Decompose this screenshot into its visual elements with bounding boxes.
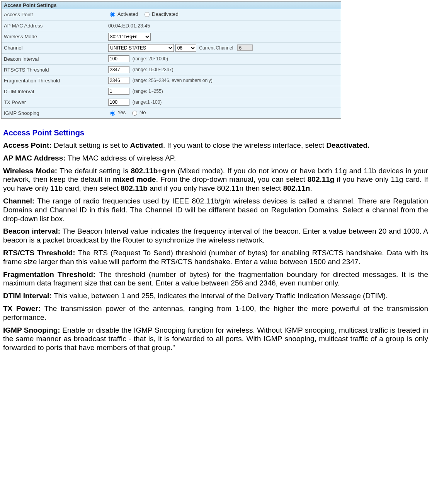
hint-txpower: (range:1~100) <box>133 99 162 105</box>
label-beacon: Beacon Interval <box>2 53 106 64</box>
label-dtim: DTIM Interval <box>2 86 106 97</box>
label-igmp: IGMP Snooping <box>2 108 106 118</box>
doc-p-beacon: Beacon interval: The Beacon Interval val… <box>3 227 428 245</box>
radio-igmp-no-label: No <box>139 109 146 115</box>
access-point-settings-panel: Access Point Settings Access Point Activ… <box>1 1 341 119</box>
row-rts: RTS/CTS Threshold (range: 1500~2347) <box>2 64 341 75</box>
radio-igmp-no[interactable] <box>132 111 137 116</box>
value-mac: 00:04:ED:01:23:45 <box>106 20 341 31</box>
row-txpower: TX Power (range:1~100) <box>2 97 341 108</box>
doc-p-dtim: DTIM Interval: This value, between 1 and… <box>3 292 428 301</box>
doc-p-mac: AP MAC Address: The MAC address of wirel… <box>3 154 428 163</box>
label-access-point: Access Point <box>2 9 106 20</box>
doc-p-channel: Channel: The range of radio frequencies … <box>3 197 428 223</box>
label-channel: Channel <box>2 42 106 53</box>
hint-dtim: (range: 1~255) <box>133 89 163 94</box>
current-channel-value: 6 <box>237 44 253 51</box>
doc-p-wmode: Wireless Mode: The default setting is 80… <box>3 167 428 193</box>
row-dtim: DTIM Interval (range: 1~255) <box>2 86 341 97</box>
select-channel-country[interactable]: UNITED STATES <box>108 44 174 52</box>
settings-table: Access Point Activated Deactivated AP MA… <box>2 9 341 118</box>
label-frag: Fragmentation Threshold <box>2 75 106 86</box>
input-dtim[interactable] <box>108 88 129 95</box>
radio-igmp-yes[interactable] <box>110 111 115 116</box>
row-mac: AP MAC Address 00:04:ED:01:23:45 <box>2 20 341 31</box>
select-wireless-mode[interactable]: 802.11b+g+n <box>108 33 151 41</box>
row-wireless-mode: Wireless Mode 802.11b+g+n <box>2 31 341 42</box>
row-igmp: IGMP Snooping Yes No <box>2 108 341 118</box>
radio-deactivated[interactable] <box>145 12 150 17</box>
hint-frag: (range: 256~2346, even numbers only) <box>133 78 213 83</box>
documentation-section: Access Point Settings Access Point: Defa… <box>0 119 432 364</box>
select-channel-id[interactable]: 06 <box>175 44 196 52</box>
input-beacon[interactable] <box>108 55 129 62</box>
input-rts[interactable] <box>108 66 129 73</box>
radio-igmp-yes-label: Yes <box>117 109 126 115</box>
row-access-point: Access Point Activated Deactivated <box>2 9 341 20</box>
doc-p-rts: RTS/CTS Threshold: The RTS (Request To S… <box>3 249 428 267</box>
row-beacon: Beacon Interval (range: 20~1000) <box>2 53 341 64</box>
row-frag: Fragmentation Threshold (range: 256~2346… <box>2 75 341 86</box>
doc-p-access-point: Access Point: Default setting is set to … <box>3 141 428 150</box>
input-txpower[interactable] <box>108 99 129 106</box>
label-txpower: TX Power <box>2 97 106 108</box>
radio-deactivated-label: Deactivated <box>152 11 179 17</box>
label-wireless-mode: Wireless Mode <box>2 31 106 42</box>
doc-p-tx: TX Power: The transmission power of the … <box>3 304 428 322</box>
label-rts: RTS/CTS Threshold <box>2 64 106 75</box>
label-mac: AP MAC Address <box>2 20 106 31</box>
radio-activated-label: Activated <box>117 11 138 17</box>
doc-heading: Access Point Settings <box>3 128 428 137</box>
radio-activated[interactable] <box>110 12 115 17</box>
current-channel-label: Current Channel : <box>199 45 236 51</box>
hint-beacon: (range: 20~1000) <box>133 56 168 62</box>
input-frag[interactable] <box>108 77 129 84</box>
row-channel: Channel UNITED STATES 06 Current Channel… <box>2 42 341 53</box>
doc-p-igmp: IGMP Snooping: Enable or disable the IGM… <box>3 326 428 352</box>
doc-p-frag: Fragmentation Threshold: The threshold (… <box>3 270 428 288</box>
hint-rts: (range: 1500~2347) <box>133 67 173 72</box>
panel-title: Access Point Settings <box>2 2 341 9</box>
